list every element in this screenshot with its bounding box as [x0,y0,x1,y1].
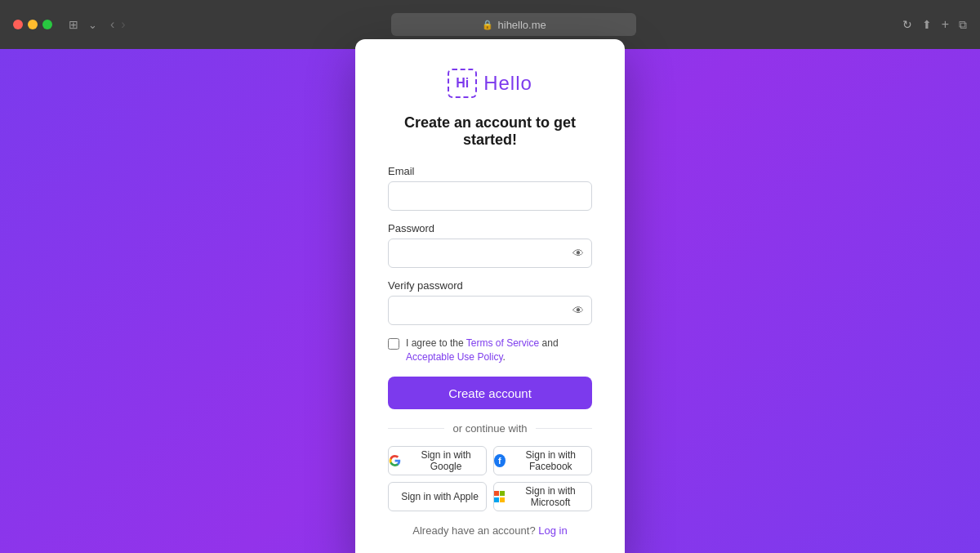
logo-hi-box: Hi [448,69,477,98]
verify-password-input-wrapper: 👁 [388,296,592,325]
password-group: Password 👁 [388,222,592,268]
address-bar-container: 🔒 hihello.me [136,13,893,36]
share-icon[interactable]: ⬆ [922,18,932,31]
browser-right-icons: ↻ ⬆ + ⧉ [902,17,967,32]
microsoft-signin-button[interactable]: Sign in with Microsoft [493,482,592,511]
new-tab-icon[interactable]: + [942,17,949,32]
signup-card: Hi Hello Create an account to get starte… [355,39,625,553]
verify-password-group: Verify password 👁 [388,279,592,325]
main-content: Hi Hello Create an account to get starte… [0,49,980,553]
lock-icon: 🔒 [482,20,493,30]
email-group: Email [388,165,592,211]
traffic-light-green[interactable] [42,20,52,29]
divider-line-left [388,428,444,429]
terms-and-text: and [539,337,558,349]
traffic-light-yellow[interactable] [28,20,38,29]
verify-password-eye-icon[interactable]: 👁 [572,304,584,317]
logo-hello-text: Hello [483,72,532,95]
card-footer: Already have an account? Log in [388,524,592,537]
google-icon [389,454,401,467]
terms-before-text: I agree to the [406,337,466,349]
google-signin-label: Sign in with Google [406,449,486,472]
verify-password-input[interactable] [388,296,592,325]
card-title: Create an account to get started! [388,114,592,149]
password-eye-icon[interactable]: 👁 [572,247,584,260]
google-signin-button[interactable]: Sign in with Google [388,446,487,475]
email-input[interactable] [388,181,592,211]
password-input[interactable] [388,239,592,268]
logo-hi-text: Hi [456,76,469,91]
divider: or continue with [388,422,592,435]
facebook-signin-label: Sign in with Facebook [510,449,591,472]
terms-checkbox-area: I agree to the Terms of Service and Acce… [388,337,592,364]
password-input-wrapper: 👁 [388,239,592,268]
tabs-icon[interactable]: ⧉ [959,18,967,32]
browser-nav-icons: ⊞ ⌄ ‹ › [69,17,126,32]
chevron-down-icon[interactable]: ⌄ [88,19,97,31]
traffic-light-red[interactable] [13,20,23,29]
email-input-wrapper [388,181,592,211]
refresh-icon[interactable]: ↻ [902,18,912,31]
sidebar-toggle-icon[interactable]: ⊞ [69,18,78,31]
logo: Hi Hello [388,69,592,98]
footer-text: Already have an account? [412,524,535,537]
login-link[interactable]: Log in [538,524,567,537]
terms-of-service-link[interactable]: Terms of Service [466,337,539,349]
verify-password-label: Verify password [388,279,592,292]
apple-signin-label: Sign in with Apple [401,491,479,502]
forward-icon[interactable]: › [121,17,125,32]
terms-label: I agree to the Terms of Service and Acce… [406,337,592,364]
facebook-icon: f [494,454,506,467]
facebook-signin-button[interactable]: f Sign in with Facebook [493,446,592,475]
terms-after-text: . [503,351,506,363]
password-label: Password [388,222,592,234]
apple-signin-button[interactable]: Sign in with Apple [388,482,487,511]
back-icon[interactable]: ‹ [110,17,114,32]
terms-checkbox[interactable] [388,338,399,350]
traffic-lights [13,20,52,29]
divider-line-right [536,428,592,429]
address-bar[interactable]: 🔒 hihello.me [391,13,636,36]
acceptable-use-link[interactable]: Acceptable Use Policy [406,351,503,363]
microsoft-signin-label: Sign in with Microsoft [510,485,591,508]
create-account-button[interactable]: Create account [388,377,592,409]
divider-text: or continue with [452,422,527,435]
email-label: Email [388,165,592,177]
url-text: hihello.me [498,19,546,31]
microsoft-icon [494,491,505,502]
social-buttons-grid: Sign in with Google f Sign in with Faceb… [388,446,592,511]
